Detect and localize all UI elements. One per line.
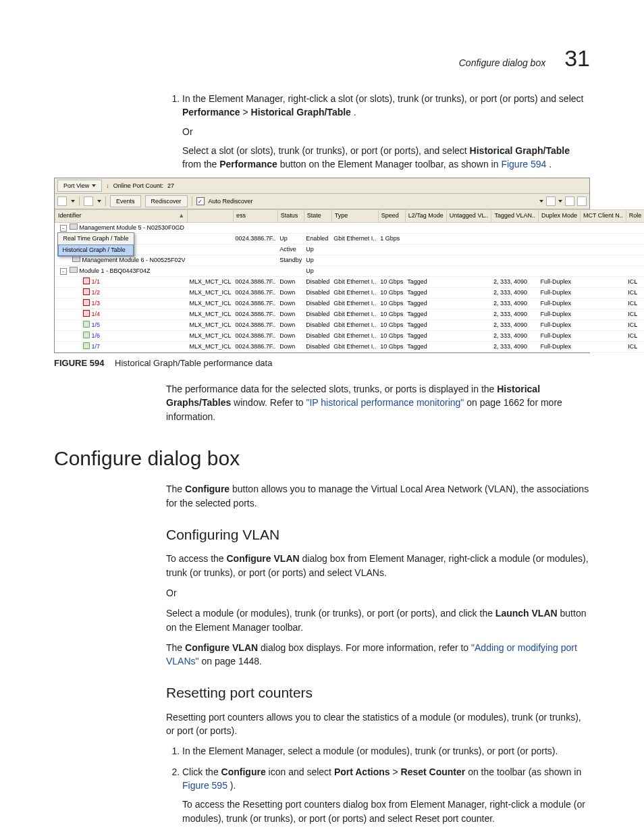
ports-table: Identifier▲ ess Status State Type Speed … — [55, 209, 644, 353]
vlan-p2b: Launch VLAN — [495, 608, 558, 619]
vlan-p1b: Configure VLAN — [227, 553, 300, 564]
reset-s2d: Port Actions — [334, 766, 390, 777]
auto-rediscover-checkbox[interactable]: ✓ — [196, 197, 205, 205]
rediscover-button[interactable]: Rediscover — [145, 195, 188, 207]
procedure-steps: In the Element Manager, right-click a sl… — [166, 92, 590, 171]
tool-icon-3[interactable] — [546, 197, 556, 206]
col-mct[interactable]: MCT Client N.. — [580, 210, 626, 222]
module-icon — [70, 267, 78, 273]
step1-gt: > — [242, 107, 250, 118]
afterfig-a: The performance data for the selected sl… — [166, 384, 497, 394]
col-type[interactable]: Type — [331, 210, 378, 222]
port-status-icon — [83, 321, 90, 328]
running-header: Configure dialog box 31 — [459, 42, 590, 75]
figure-594-caption: FIGURE 594 Historical Graph/Table perfor… — [54, 357, 590, 370]
step1-bold-c: Historical Graph/Table — [470, 145, 570, 156]
auto-rediscover-label: Auto Rediscover — [209, 197, 253, 206]
table-header-row: Identifier▲ ess Status State Type Speed … — [55, 210, 645, 222]
table-row[interactable]: 1/1MLX_MCT_ICL0024.3886.7F..DownDisabled… — [55, 276, 645, 287]
vlan-p1a: To access the — [166, 553, 227, 564]
separator — [105, 197, 106, 206]
figure-594-link[interactable]: Figure 594 — [501, 159, 546, 170]
col-ess[interactable]: ess — [234, 210, 278, 222]
vlan-p3d: on page 1448. — [201, 656, 262, 667]
table-row[interactable]: Management Module 6 - N00525F02VStandbyU… — [55, 255, 645, 265]
separator — [192, 197, 192, 206]
table-row[interactable]: 1/4MLX_MCT_ICL0024.3886.7F..DownDisabled… — [55, 309, 645, 319]
tree-toggle-icon[interactable]: - — [60, 225, 67, 232]
vlan-p3c: dialog box displays. For more informatio… — [261, 642, 471, 653]
chapter-number: 31 — [564, 42, 590, 75]
table-row[interactable]: 1/3MLX_MCT_ICL0024.3886.7F..DownDisabled… — [55, 298, 645, 309]
running-header-title: Configure dialog box — [459, 56, 545, 70]
col-role[interactable]: Role — [626, 210, 644, 222]
afterfig-c: window. Refer to — [234, 397, 306, 408]
port-view-dropdown[interactable]: Port View — [57, 180, 102, 192]
step1-b2: from the — [182, 159, 219, 170]
chevron-down-icon — [92, 184, 96, 187]
step1-or: Or — [182, 125, 590, 138]
table-row[interactable]: 1/5MLX_MCT_ICL0024.3886.7F..DownDisabled… — [55, 319, 645, 330]
port-status-icon — [83, 342, 90, 349]
intro-a: The — [166, 484, 185, 494]
step1-period: . — [354, 107, 356, 118]
table-row[interactable]: -Module 1 - BBQ0443F04ZUp — [55, 265, 645, 276]
menu-item-historical[interactable]: Historical Graph / Table — [58, 244, 134, 256]
table-row[interactable]: Mgmt 5/10024.3886.7F..UpEnabledGbit Ethe… — [55, 233, 645, 244]
step1-bold-a: Performance — [182, 107, 240, 118]
col-state[interactable]: State — [304, 210, 331, 222]
col-speed[interactable]: Speed — [378, 210, 405, 222]
sort-icon: ▲ — [178, 211, 184, 220]
intro-b: Configure — [185, 484, 230, 494]
vlan-p2a: Select a module (or modules), trunk (or … — [166, 608, 495, 619]
step-1: In the Element Manager, right-click a sl… — [182, 92, 590, 171]
port-status-icon — [83, 288, 90, 295]
col-status[interactable]: Status — [277, 210, 304, 222]
table-row[interactable]: 1/7MLX_MCT_ICL0024.3886.7F..DownDisabled… — [55, 342, 645, 353]
reset-s2a: Click the — [182, 766, 221, 777]
col-duplex[interactable]: Duplex Mode — [538, 210, 580, 222]
module-icon — [70, 224, 78, 230]
table-row[interactable]: 1/6MLX_MCT_ICL0024.3886.7F..DownDisabled… — [55, 331, 645, 342]
reset-s2c: icon and select — [269, 766, 334, 777]
table-row[interactable]: 1/2MLX_MCT_ICL0024.3886.7F..DownDisabled… — [55, 287, 645, 298]
tool-icon-1[interactable] — [57, 197, 67, 206]
chevron-down-icon[interactable] — [539, 200, 543, 203]
reset-steps: In the Element Manager, select a module … — [166, 744, 590, 825]
reset-s2h: ). — [230, 780, 236, 791]
step1-bold-b: Historical Graph/Table — [251, 107, 351, 118]
chevron-down-icon[interactable] — [97, 200, 101, 203]
menu-item-realtime[interactable]: Real Time Graph / Table — [58, 233, 134, 244]
step1-text: In the Element Manager, right-click a sl… — [182, 93, 583, 104]
online-port-count-value: 27 — [167, 182, 174, 190]
reset-s2b: Configure — [221, 766, 266, 777]
tool-icon-5[interactable] — [577, 197, 587, 206]
port-status-icon — [83, 310, 90, 317]
reset-s2p2: To access the Resetting port counters di… — [182, 798, 590, 825]
chevron-down-icon[interactable] — [558, 200, 562, 203]
ip-historical-link[interactable]: "IP historical performance monitoring" — [306, 397, 464, 408]
h1-configure-dialog-box: Configure dialog box — [54, 444, 590, 473]
shot-toolbar: Port View ↓ Online Port Count: 27 — [55, 178, 589, 194]
tool-icon-2[interactable] — [84, 197, 93, 206]
figure-594-label: FIGURE 594 — [54, 358, 104, 368]
port-status-icon — [83, 278, 90, 284]
col-identifier[interactable]: Identifier▲ — [55, 210, 188, 222]
col-name[interactable] — [188, 210, 234, 222]
h2-configuring-vlan: Configuring VLAN — [166, 525, 590, 545]
events-button[interactable]: Events — [110, 195, 141, 207]
table-row[interactable]: -Management Module 5 - N02530F0GDReal Ti… — [55, 222, 645, 233]
figure-594-caption-text: Historical Graph/Table performance data — [115, 358, 272, 368]
tool-icon-4[interactable] — [565, 197, 574, 206]
chevron-down-icon[interactable] — [71, 200, 75, 203]
col-l2tag[interactable]: L2/Tag Mode — [405, 210, 446, 222]
port-view-label: Port View — [63, 182, 89, 190]
tree-toggle-icon[interactable]: - — [60, 268, 67, 275]
table-row[interactable]: ActiveUp — [55, 244, 645, 255]
step1-b3: button on the Element Manager toolbar, a… — [280, 159, 502, 170]
col-uvlan[interactable]: Untagged VL.. — [446, 210, 491, 222]
down-arrow-icon: ↓ — [106, 182, 109, 190]
reset-step-2: Click the Configure icon and select Port… — [182, 765, 590, 825]
figure-595-link[interactable]: Figure 595 — [182, 780, 227, 791]
col-tvlan[interactable]: Tagged VLAN.. — [491, 210, 539, 222]
